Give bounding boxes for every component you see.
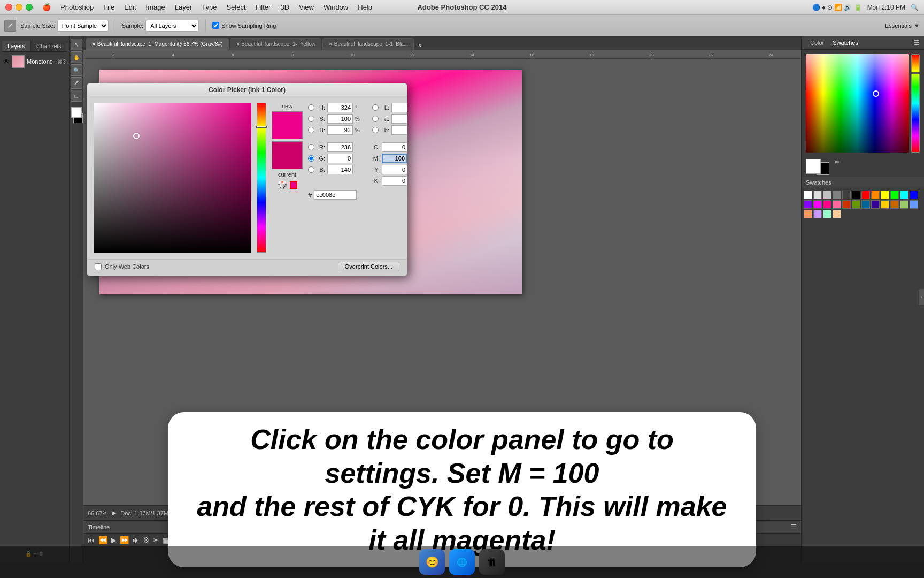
r-label: R: (317, 144, 325, 150)
k-input[interactable]: 0 (382, 176, 407, 186)
y-label: Y: (372, 166, 380, 173)
web-colors-row: Only Web Colors (95, 263, 149, 270)
a-label: a: (381, 116, 389, 122)
m-input[interactable]: 100 (382, 154, 407, 163)
new-label: new (282, 103, 292, 109)
color-preview: new current 🎲 (272, 103, 303, 253)
b3-input[interactable]: -7 (391, 125, 407, 135)
h-input[interactable]: 324 (327, 103, 353, 112)
c-field-row: C: 0 % (372, 142, 407, 152)
y-field-row: Y: 0 % (372, 165, 407, 174)
h-label: H: (317, 104, 325, 111)
k-field-row: K: 0 % (372, 176, 407, 186)
color-fields: H: 324 ° S: 100 % B: (308, 103, 407, 253)
trash-icon: 🗑 (487, 556, 497, 568)
b2-input[interactable]: 140 (327, 165, 353, 174)
sep2 (372, 136, 407, 141)
L-field-row: L: 52 (372, 103, 407, 112)
color-picker-dialog: Color Picker (Ink 1 Color) new current (87, 83, 407, 276)
out-of-gamut-icon (290, 181, 297, 189)
y-input[interactable]: 0 (382, 165, 407, 174)
current-color-box (272, 141, 303, 169)
g-field-row: G: 0 (308, 154, 361, 163)
r-field-row: R: 236 (308, 142, 361, 152)
gamut-cube-icon[interactable]: 🎲 (277, 180, 288, 190)
only-web-colors-label: Only Web Colors (105, 263, 149, 270)
hex-input[interactable]: ec008c (314, 190, 357, 200)
s-radio[interactable] (308, 116, 314, 122)
only-web-colors-checkbox[interactable] (95, 263, 102, 270)
s-label: S: (317, 116, 325, 122)
r-input[interactable]: 236 (327, 142, 353, 152)
b2-label: B: (317, 166, 325, 173)
c-label: C: (372, 144, 380, 150)
m-label: M: (372, 155, 380, 162)
new-color-box (272, 111, 303, 139)
b-radio[interactable] (308, 127, 314, 133)
b-unit: % (355, 127, 361, 133)
b-field-row: B: 93 % (308, 125, 361, 135)
b2-field-row: B: 140 (308, 165, 361, 174)
hex-row: # ec008c (308, 190, 407, 200)
dock-finder[interactable]: 😊 (419, 549, 445, 575)
r-radio[interactable] (308, 144, 314, 150)
sep1 (308, 136, 361, 141)
hsb-rgb-fields: H: 324 ° S: 100 % B: (308, 103, 361, 186)
s-unit: % (355, 116, 361, 122)
dialog-overlay: Color Picker (Ink 1 Color) new current (0, 0, 924, 578)
L-label: L: (381, 104, 389, 111)
m-field-row: M: 100 % (372, 154, 407, 163)
L-radio[interactable] (372, 104, 379, 111)
s-input[interactable]: 100 (327, 114, 353, 124)
dock-app1[interactable]: 🌐 (449, 549, 475, 575)
h-radio[interactable] (308, 104, 314, 111)
dock-trash[interactable]: 🗑 (479, 549, 505, 575)
overprint-button[interactable]: Overprint Colors... (338, 262, 399, 271)
dock-icon1: 🌐 (457, 557, 467, 567)
hue-slider (256, 126, 267, 128)
c-input[interactable]: 0 (382, 142, 407, 152)
current-label: current (278, 171, 296, 178)
g-input[interactable]: 0 (327, 154, 353, 163)
g-radio[interactable] (308, 155, 314, 162)
dialog-title-text: Color Picker (Ink 1 Color) (209, 86, 286, 94)
a-field-row: a: 81 (372, 114, 407, 124)
b-input[interactable]: 93 (327, 125, 353, 135)
dock: 😊 🌐 🗑 (0, 546, 924, 578)
b3-radio[interactable] (372, 127, 379, 133)
gradient-cursor (133, 133, 140, 139)
k-label: K: (372, 178, 380, 184)
g-label: G: (317, 155, 325, 162)
h-field-row: H: 324 ° (308, 103, 361, 112)
b3-field-row: b: -7 (372, 125, 407, 135)
dialog-body: new current 🎲 H: (87, 96, 407, 259)
color-fields-rows: H: 324 ° S: 100 % B: (308, 103, 407, 186)
s-field-row: S: 100 % (308, 114, 361, 124)
a-radio[interactable] (372, 116, 379, 122)
b2-radio[interactable] (308, 166, 314, 173)
finder-icon: 😊 (426, 556, 439, 568)
gradient-field[interactable] (94, 103, 251, 253)
hue-bar[interactable] (257, 103, 266, 253)
dialog-title: Color Picker (Ink 1 Color) (87, 83, 407, 96)
a-input[interactable]: 81 (391, 114, 407, 124)
color-icons: 🎲 (277, 180, 297, 190)
L-input[interactable]: 52 (391, 103, 407, 112)
dialog-footer: Only Web Colors Overprint Colors... (87, 259, 407, 276)
b-label: B: (317, 127, 325, 133)
hex-label: # (308, 191, 312, 199)
h-unit: ° (355, 105, 361, 111)
lab-cmyk-fields: L: 52 a: 81 b: -7 (372, 103, 407, 186)
color-gradient-picker[interactable] (94, 103, 251, 253)
b3-label: b: (381, 127, 389, 133)
